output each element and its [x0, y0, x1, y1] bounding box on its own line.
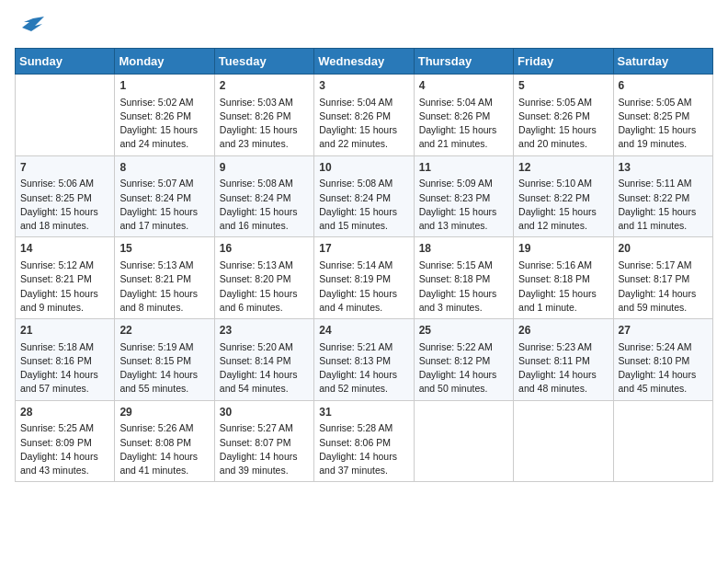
calendar-cell: 19Sunrise: 5:16 AM Sunset: 8:18 PM Dayli…	[514, 237, 613, 319]
day-info: Sunrise: 5:08 AM Sunset: 8:24 PM Dayligh…	[319, 177, 408, 233]
calendar-cell: 4Sunrise: 5:04 AM Sunset: 8:26 PM Daylig…	[414, 75, 513, 156]
day-info: Sunrise: 5:15 AM Sunset: 8:18 PM Dayligh…	[419, 259, 508, 315]
calendar-cell: 27Sunrise: 5:24 AM Sunset: 8:10 PM Dayli…	[613, 319, 712, 401]
day-number: 29	[119, 405, 209, 420]
day-number: 1	[119, 78, 209, 94]
calendar-cell: 14Sunrise: 5:12 AM Sunset: 8:21 PM Dayli…	[16, 237, 115, 319]
day-info: Sunrise: 5:10 AM Sunset: 8:22 PM Dayligh…	[518, 177, 608, 233]
day-number: 16	[220, 241, 309, 257]
calendar-cell: 5Sunrise: 5:05 AM Sunset: 8:26 PM Daylig…	[514, 75, 613, 156]
header-monday: Monday	[115, 49, 214, 75]
day-info: Sunrise: 5:27 AM Sunset: 8:07 PM Dayligh…	[220, 421, 309, 477]
day-number: 8	[119, 160, 209, 176]
day-info: Sunrise: 5:04 AM Sunset: 8:26 PM Dayligh…	[319, 96, 408, 152]
day-number: 21	[20, 323, 109, 339]
day-info: Sunrise: 5:06 AM Sunset: 8:25 PM Dayligh…	[20, 177, 109, 233]
day-number: 28	[20, 405, 109, 420]
calendar-cell: 7Sunrise: 5:06 AM Sunset: 8:25 PM Daylig…	[16, 155, 115, 237]
calendar-cell: 24Sunrise: 5:21 AM Sunset: 8:13 PM Dayli…	[314, 319, 414, 401]
day-info: Sunrise: 5:16 AM Sunset: 8:18 PM Dayligh…	[518, 259, 608, 315]
day-info: Sunrise: 5:11 AM Sunset: 8:22 PM Dayligh…	[619, 177, 708, 233]
day-number: 27	[619, 323, 708, 339]
page-header	[15, 15, 713, 40]
calendar-week-2: 7Sunrise: 5:06 AM Sunset: 8:25 PM Daylig…	[16, 155, 713, 237]
day-number: 6	[619, 78, 708, 94]
calendar-cell: 12Sunrise: 5:10 AM Sunset: 8:22 PM Dayli…	[514, 155, 613, 237]
header-sunday: Sunday	[16, 49, 115, 75]
day-info: Sunrise: 5:07 AM Sunset: 8:24 PM Dayligh…	[119, 177, 209, 233]
calendar-header-row: SundayMondayTuesdayWednesdayThursdayFrid…	[16, 49, 713, 75]
calendar-cell	[16, 75, 115, 156]
day-info: Sunrise: 5:25 AM Sunset: 8:09 PM Dayligh…	[20, 421, 109, 477]
day-number: 31	[319, 405, 408, 420]
day-number: 3	[319, 78, 408, 94]
calendar-cell: 31Sunrise: 5:28 AM Sunset: 8:06 PM Dayli…	[314, 400, 414, 482]
day-number: 24	[319, 323, 408, 339]
day-info: Sunrise: 5:17 AM Sunset: 8:17 PM Dayligh…	[619, 259, 708, 315]
calendar-cell: 17Sunrise: 5:14 AM Sunset: 8:19 PM Dayli…	[314, 237, 414, 319]
day-info: Sunrise: 5:09 AM Sunset: 8:23 PM Dayligh…	[419, 177, 508, 233]
day-number: 15	[119, 241, 209, 257]
day-info: Sunrise: 5:23 AM Sunset: 8:11 PM Dayligh…	[518, 340, 608, 396]
header-saturday: Saturday	[613, 49, 712, 75]
day-number: 19	[518, 241, 608, 257]
calendar-cell: 13Sunrise: 5:11 AM Sunset: 8:22 PM Dayli…	[613, 155, 712, 237]
calendar-cell: 10Sunrise: 5:08 AM Sunset: 8:24 PM Dayli…	[314, 155, 414, 237]
svg-marker-0	[22, 17, 44, 31]
day-info: Sunrise: 5:19 AM Sunset: 8:15 PM Dayligh…	[119, 340, 209, 396]
calendar-cell: 20Sunrise: 5:17 AM Sunset: 8:17 PM Dayli…	[613, 237, 712, 319]
calendar-cell: 15Sunrise: 5:13 AM Sunset: 8:21 PM Dayli…	[115, 237, 214, 319]
day-info: Sunrise: 5:22 AM Sunset: 8:12 PM Dayligh…	[419, 340, 508, 396]
day-info: Sunrise: 5:28 AM Sunset: 8:06 PM Dayligh…	[319, 421, 408, 477]
calendar-cell: 1Sunrise: 5:02 AM Sunset: 8:26 PM Daylig…	[115, 75, 214, 156]
day-number: 4	[419, 78, 508, 94]
calendar-cell: 9Sunrise: 5:08 AM Sunset: 8:24 PM Daylig…	[214, 155, 313, 237]
header-wednesday: Wednesday	[314, 49, 414, 75]
day-number: 25	[419, 323, 508, 339]
day-info: Sunrise: 5:14 AM Sunset: 8:19 PM Dayligh…	[319, 259, 408, 315]
day-info: Sunrise: 5:21 AM Sunset: 8:13 PM Dayligh…	[319, 340, 408, 396]
calendar-cell: 11Sunrise: 5:09 AM Sunset: 8:23 PM Dayli…	[414, 155, 513, 237]
calendar-week-3: 14Sunrise: 5:12 AM Sunset: 8:21 PM Dayli…	[16, 237, 713, 319]
day-info: Sunrise: 5:13 AM Sunset: 8:20 PM Dayligh…	[220, 259, 309, 315]
day-info: Sunrise: 5:08 AM Sunset: 8:24 PM Dayligh…	[220, 177, 309, 233]
day-number: 13	[619, 160, 708, 176]
calendar-cell	[613, 400, 712, 482]
calendar-cell: 29Sunrise: 5:26 AM Sunset: 8:08 PM Dayli…	[115, 400, 214, 482]
day-number: 22	[119, 323, 209, 339]
day-number: 5	[518, 78, 608, 94]
calendar-cell: 28Sunrise: 5:25 AM Sunset: 8:09 PM Dayli…	[16, 400, 115, 482]
day-info: Sunrise: 5:13 AM Sunset: 8:21 PM Dayligh…	[119, 259, 209, 315]
day-info: Sunrise: 5:02 AM Sunset: 8:26 PM Dayligh…	[119, 96, 209, 152]
calendar-cell	[514, 400, 613, 482]
day-info: Sunrise: 5:26 AM Sunset: 8:08 PM Dayligh…	[119, 421, 209, 477]
day-info: Sunrise: 5:12 AM Sunset: 8:21 PM Dayligh…	[20, 259, 109, 315]
calendar-table: SundayMondayTuesdayWednesdayThursdayFrid…	[15, 48, 713, 482]
day-info: Sunrise: 5:20 AM Sunset: 8:14 PM Dayligh…	[220, 340, 309, 396]
day-number: 2	[220, 78, 309, 94]
calendar-cell: 23Sunrise: 5:20 AM Sunset: 8:14 PM Dayli…	[214, 319, 313, 401]
day-info: Sunrise: 5:18 AM Sunset: 8:16 PM Dayligh…	[20, 340, 109, 396]
day-number: 10	[319, 160, 408, 176]
day-number: 30	[220, 405, 309, 420]
day-number: 14	[20, 241, 109, 257]
calendar-cell: 30Sunrise: 5:27 AM Sunset: 8:07 PM Dayli…	[214, 400, 313, 482]
day-number: 9	[220, 160, 309, 176]
calendar-cell: 3Sunrise: 5:04 AM Sunset: 8:26 PM Daylig…	[314, 75, 414, 156]
calendar-week-4: 21Sunrise: 5:18 AM Sunset: 8:16 PM Dayli…	[16, 319, 713, 401]
day-info: Sunrise: 5:04 AM Sunset: 8:26 PM Dayligh…	[419, 96, 508, 152]
logo	[15, 15, 48, 40]
calendar-cell: 16Sunrise: 5:13 AM Sunset: 8:20 PM Dayli…	[214, 237, 313, 319]
calendar-cell: 25Sunrise: 5:22 AM Sunset: 8:12 PM Dayli…	[414, 319, 513, 401]
day-number: 7	[20, 160, 109, 176]
calendar-cell: 6Sunrise: 5:05 AM Sunset: 8:25 PM Daylig…	[613, 75, 712, 156]
logo-icon	[15, 15, 44, 40]
header-friday: Friday	[514, 49, 613, 75]
calendar-cell: 26Sunrise: 5:23 AM Sunset: 8:11 PM Dayli…	[514, 319, 613, 401]
header-tuesday: Tuesday	[214, 49, 313, 75]
calendar-cell: 8Sunrise: 5:07 AM Sunset: 8:24 PM Daylig…	[115, 155, 214, 237]
calendar-cell: 18Sunrise: 5:15 AM Sunset: 8:18 PM Dayli…	[414, 237, 513, 319]
day-info: Sunrise: 5:24 AM Sunset: 8:10 PM Dayligh…	[619, 340, 708, 396]
day-number: 11	[419, 160, 508, 176]
day-number: 20	[619, 241, 708, 257]
